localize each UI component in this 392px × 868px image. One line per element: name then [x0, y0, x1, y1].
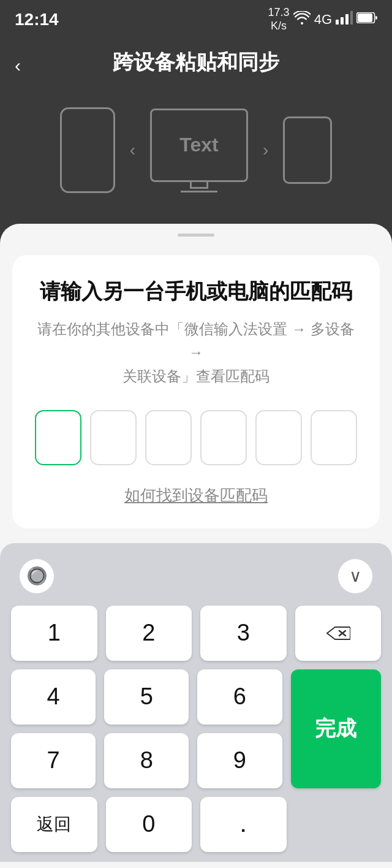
left-keys: 4 5 6 7 8 9: [11, 669, 282, 788]
key-3[interactable]: 3: [200, 606, 287, 661]
footer: 头条 @互联网第一线: [0, 862, 392, 868]
code-title: 请输入另一台手机或电脑的匹配码: [29, 277, 363, 306]
key-9[interactable]: 9: [197, 733, 282, 788]
illustration-area: ‹ Text ›: [0, 95, 392, 224]
chevron-down-icon: ∨: [349, 566, 362, 586]
key-4[interactable]: 4: [11, 669, 96, 725]
key-8[interactable]: 8: [104, 733, 189, 788]
monitor-screen: Text: [150, 108, 248, 182]
key-2[interactable]: 2: [106, 606, 192, 661]
keyboard-collapse-button[interactable]: ∨: [338, 559, 372, 593]
phone-device-icon: [60, 107, 115, 193]
keyboard-header: 🔘 ∨: [7, 553, 385, 606]
code-box-4[interactable]: [200, 410, 247, 465]
tablet-device-icon: [283, 116, 332, 184]
key-back[interactable]: 返回: [11, 797, 97, 852]
key-0[interactable]: 0: [106, 797, 192, 852]
how-to-find-link[interactable]: 如何找到设备匹配码: [29, 485, 363, 506]
key-1[interactable]: 1: [11, 606, 97, 661]
keyboard-rows: 1 2 3 4 5 6: [7, 606, 385, 862]
keyboard-logo-icon: 🔘: [26, 566, 48, 586]
back-button[interactable]: ‹: [15, 55, 21, 76]
code-box-6[interactable]: [311, 410, 357, 465]
keyboard-row-3: 7 8 9: [11, 733, 282, 788]
svg-rect-1: [341, 17, 344, 25]
key-6[interactable]: 6: [197, 669, 282, 725]
monitor-stand: [190, 181, 208, 189]
signal2-icon: [336, 11, 353, 28]
code-subtitle: 请在你的其他设备中「微信输入法设置 → 多设备 →关联设备」查看匹配码: [29, 318, 363, 388]
monitor-text: Text: [179, 134, 218, 156]
arrow-right-icon: ›: [263, 140, 268, 160]
code-box-2[interactable]: [90, 410, 137, 465]
key-5[interactable]: 5: [104, 669, 189, 725]
monitor-device-icon: Text: [150, 108, 248, 192]
key-confirm[interactable]: 完成: [291, 669, 382, 788]
wifi-icon: [293, 11, 311, 28]
arrow-left-icon: ‹: [130, 140, 135, 160]
status-time: 12:14: [15, 10, 59, 29]
code-box-1[interactable]: [35, 410, 81, 465]
key-delete[interactable]: [295, 606, 382, 661]
svg-rect-0: [336, 20, 339, 25]
svg-rect-2: [345, 14, 349, 25]
status-speed: 17.3K/s: [268, 6, 290, 32]
keyboard-row-2: 4 5 6: [11, 669, 282, 725]
status-bar: 12:14 17.3K/s 4G: [0, 0, 392, 36]
code-inputs: [29, 410, 363, 465]
keyboard-row-4: 返回 0 ．: [11, 797, 381, 852]
bottom-sheet: 请输入另一台手机或电脑的匹配码 请在你的其他设备中「微信输入法设置 → 多设备 …: [0, 224, 392, 868]
key-7[interactable]: 7: [11, 733, 96, 788]
code-box-3[interactable]: [145, 410, 192, 465]
sheet-handle: [178, 234, 214, 237]
top-bar: ‹ 跨设备粘贴和同步: [0, 36, 392, 95]
page-title: 跨设备粘贴和同步: [113, 48, 279, 77]
keyboard-logo: 🔘: [20, 559, 54, 593]
battery-icon: [356, 12, 377, 26]
keyboard-row-1: 1 2 3: [11, 606, 381, 661]
status-icons: 17.3K/s 4G: [268, 6, 377, 32]
code-section: 请输入另一台手机或电脑的匹配码 请在你的其他设备中「微信输入法设置 → 多设备 …: [12, 255, 380, 528]
svg-rect-3: [350, 11, 353, 25]
svg-rect-5: [358, 13, 372, 22]
signal1-icon: 4G: [314, 12, 332, 28]
monitor-base: [181, 189, 217, 192]
key-dot[interactable]: ．: [200, 797, 287, 852]
code-box-5[interactable]: [255, 410, 302, 465]
keyboard-section: 🔘 ∨ 1 2 3: [0, 543, 392, 862]
